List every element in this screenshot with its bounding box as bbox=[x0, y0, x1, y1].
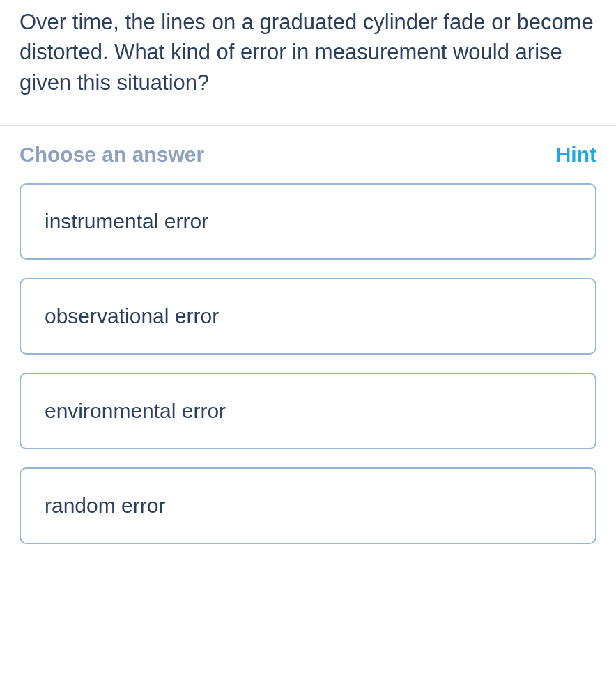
hint-link[interactable]: Hint bbox=[556, 143, 596, 166]
answer-option-label: environmental error bbox=[45, 399, 226, 422]
question-section: Over time, the lines on a graduated cyli… bbox=[0, 0, 616, 126]
question-text: Over time, the lines on a graduated cyli… bbox=[20, 7, 596, 98]
choose-answer-label: Choose an answer bbox=[20, 143, 204, 166]
answer-option-environmental[interactable]: environmental error bbox=[20, 373, 596, 449]
answer-options-list: instrumental error observational error e… bbox=[20, 183, 596, 544]
answer-header: Choose an answer Hint bbox=[20, 143, 596, 166]
answer-option-random[interactable]: random error bbox=[20, 467, 596, 544]
answer-option-label: random error bbox=[45, 494, 165, 517]
answer-option-label: observational error bbox=[45, 304, 219, 327]
answer-option-observational[interactable]: observational error bbox=[20, 278, 596, 355]
answer-section: Choose an answer Hint instrumental error… bbox=[0, 126, 616, 544]
answer-option-label: instrumental error bbox=[45, 210, 208, 233]
answer-option-instrumental[interactable]: instrumental error bbox=[20, 183, 596, 260]
